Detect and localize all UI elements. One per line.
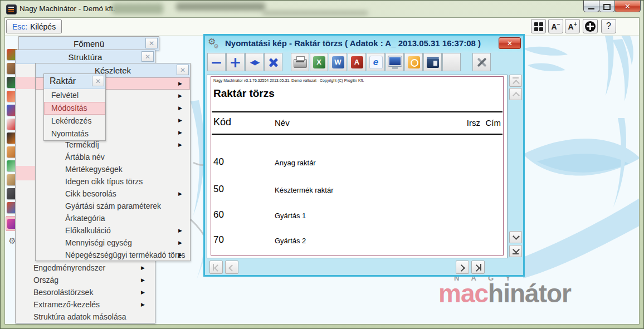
- last-page-button[interactable]: [471, 261, 485, 274]
- preview-close-button[interactable]: ✕: [499, 37, 521, 49]
- excel-icon: X: [313, 56, 325, 68]
- screen-view-button[interactable]: [386, 53, 404, 71]
- report-page: Nagy Machinátor v3.1.76.32554 2013.05.31…: [211, 76, 504, 256]
- main-titlebar: Nagy Machinátor - Demó kft. ✕: [1, 1, 643, 17]
- print-button[interactable]: [291, 53, 309, 71]
- menu-item[interactable]: Gyártási szám paraméterek: [36, 200, 190, 212]
- archive-button[interactable]: [423, 53, 442, 71]
- close-icon: ✕: [180, 66, 186, 74]
- maximize-button[interactable]: [599, 1, 615, 12]
- menu-item[interactable]: Engedményrendszer▶: [16, 262, 155, 274]
- menu-window-raktar: Raktár ✕ Felvétel Módosítás Lekérdezés N…: [43, 73, 106, 141]
- submenu-arrow-icon: ▶: [141, 262, 145, 274]
- menu-item[interactable]: Ország▶: [16, 274, 155, 286]
- blurred-text: [176, 3, 265, 11]
- export-pdf-button[interactable]: A: [348, 53, 366, 71]
- scroll-up-button[interactable]: [509, 88, 522, 100]
- zoom-in-button[interactable]: +: [226, 53, 245, 71]
- submenu-arrow-icon: ▶: [178, 114, 182, 126]
- submenu-arrow-icon: ▶: [178, 126, 182, 139]
- close-menu-button[interactable]: ✕: [145, 38, 158, 48]
- report-title: Raktár törzs: [213, 87, 275, 100]
- main-window: Nagy Machinátor - Demó kft. ✕: [0, 0, 644, 329]
- submenu-arrow-icon: ▶: [178, 77, 182, 90]
- fit-width-button[interactable]: ◀▶: [245, 53, 264, 71]
- minimize-button[interactable]: [583, 1, 599, 12]
- maximize-icon: [603, 4, 611, 10]
- report-divider: [212, 111, 502, 112]
- first-page-button[interactable]: [209, 261, 223, 274]
- menu-item[interactable]: Extramező-kezelés▶: [16, 298, 155, 311]
- menu-item-selected[interactable]: Módosítás: [44, 102, 105, 115]
- menu-item[interactable]: Nyomtatás: [44, 127, 105, 140]
- minimize-icon: [588, 8, 594, 9]
- prev-page-button[interactable]: [225, 261, 238, 274]
- esc-exit-button[interactable]: Esc: Kilépés: [6, 19, 62, 33]
- menu-item[interactable]: Mértékegységek: [36, 163, 190, 175]
- report-cell-nev: Gyártás 2: [275, 237, 306, 245]
- email-button[interactable]: [404, 53, 423, 71]
- outlook-icon: [408, 56, 420, 68]
- grid-icon: [534, 22, 538, 26]
- menu-item[interactable]: Mennyiségi egység▶: [36, 237, 190, 249]
- export-word-button[interactable]: W: [329, 53, 347, 71]
- zoom-out-button[interactable]: −: [207, 53, 226, 71]
- scroll-down-button[interactable]: [509, 231, 522, 243]
- pdf-icon: A: [351, 56, 363, 68]
- close-icon: ✕: [145, 53, 150, 61]
- submenu-arrow-icon: ▶: [178, 249, 182, 261]
- menu-item[interactable]: Árkategória: [36, 212, 190, 224]
- navigation-button[interactable]: [583, 19, 598, 33]
- close-icon: ✕: [149, 40, 154, 47]
- app-icon: [6, 4, 17, 14]
- export-html-button[interactable]: e: [367, 53, 385, 71]
- menu-window-fomenu: Főmenü ✕: [18, 36, 159, 50]
- compass-icon: [585, 21, 596, 32]
- close-menu-button[interactable]: ✕: [92, 76, 104, 86]
- scroll-top-button[interactable]: [509, 75, 522, 87]
- close-menu-button[interactable]: ✕: [142, 51, 154, 62]
- menu-header-struktura: Struktúra ✕: [16, 50, 155, 64]
- menu-item[interactable]: Besorolástörzsek▶: [16, 286, 155, 298]
- scroll-bottom-button[interactable]: [509, 245, 522, 257]
- preview-titlebar: ⚙ ⚙ Nyomtatási kép - Raktár törzs ( Adat…: [205, 36, 523, 52]
- report-cell-kod: 50: [213, 184, 224, 195]
- printer-icon: [294, 59, 307, 68]
- close-icon: ✕: [507, 40, 513, 47]
- settings-button[interactable]: [472, 53, 491, 71]
- menu-item[interactable]: Felvétel: [44, 89, 105, 102]
- export-excel-button[interactable]: X: [310, 53, 328, 71]
- close-button[interactable]: ✕: [614, 1, 641, 12]
- fit-page-button[interactable]: [264, 53, 282, 71]
- next-page-button[interactable]: [456, 261, 469, 274]
- monitor-icon: [388, 56, 402, 66]
- menu-item[interactable]: Struktúra adatok másolása: [16, 311, 155, 323]
- report-cell-kod: 70: [213, 234, 224, 245]
- menu-item[interactable]: Előkalkuláció▶: [36, 224, 190, 237]
- menu-item[interactable]: Ártábla név: [36, 151, 190, 163]
- menu-items: Engedményrendszer▶ Ország▶ Besorolástörz…: [16, 262, 155, 323]
- menu-item[interactable]: Lekérdezés: [44, 115, 105, 127]
- menu-item[interactable]: Idegen cikk típus törzs: [36, 175, 190, 188]
- menu-item[interactable]: Népegészségügyi termékadó törzs▶: [36, 249, 190, 261]
- submenu-arrow-icon: ▶: [178, 237, 182, 249]
- menu-title: Főmenü: [74, 39, 104, 48]
- menu-header-fomenu: Főmenü ✕: [19, 37, 159, 51]
- menu-title: Struktúra: [69, 52, 103, 62]
- report-cell-kod: 40: [213, 156, 224, 168]
- font-decrease-button[interactable]: A−: [548, 19, 563, 33]
- close-menu-button[interactable]: ✕: [177, 65, 189, 75]
- blurred-text: [262, 11, 368, 16]
- column-header-irsz: Irsz: [467, 118, 480, 127]
- report-divider: [212, 134, 502, 135]
- word-icon: W: [332, 56, 344, 68]
- font-increase-button[interactable]: A+: [565, 19, 580, 33]
- blank-button[interactable]: [442, 53, 461, 71]
- menu-item[interactable]: Cikk besorolás▶: [36, 188, 190, 200]
- help-button[interactable]: ?: [601, 19, 616, 33]
- menu-header-raktar: Raktár ✕: [44, 74, 105, 89]
- column-header-kod: Kód: [213, 116, 231, 128]
- layout-grid-button[interactable]: [531, 19, 546, 33]
- archive-box-icon: [427, 58, 439, 68]
- preview-title: Nyomtatási kép - Raktár törzs ( Adatok :…: [225, 38, 481, 48]
